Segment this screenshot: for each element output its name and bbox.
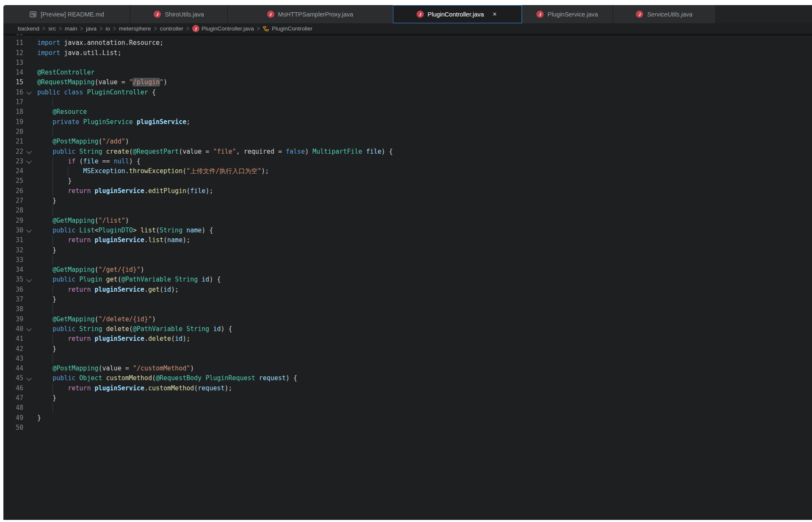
code-line-text[interactable]: public Object customMethod(@RequestBody … (34, 373, 812, 383)
code-line-text[interactable] (34, 58, 812, 68)
code-line-text[interactable]: @GetMapping("/list") (34, 216, 812, 226)
java-file-icon: J (154, 11, 161, 18)
code-line: 12import java.util.List; (3, 48, 812, 58)
breadcrumb: backend>src>main>java>io>metersphere>con… (3, 23, 812, 34)
code-line-text[interactable]: } (34, 246, 812, 255)
code-line-text[interactable] (34, 127, 812, 137)
code-line: 24 MSException.throwException("上传文件/执行入口… (3, 166, 812, 176)
breadcrumb-label: backend (18, 25, 39, 32)
fold-gutter (23, 97, 34, 107)
breadcrumb-item-plugincontroller[interactable]: PluginController (263, 25, 312, 32)
breadcrumb-item-backend[interactable]: backend (18, 25, 39, 32)
code-line-text[interactable] (34, 304, 812, 314)
code-line-text[interactable]: @GetMapping("/delete/{id}") (34, 315, 812, 324)
line-number: 32 (3, 246, 23, 255)
code-line-text[interactable]: } (34, 176, 812, 186)
code-line-text[interactable] (34, 354, 812, 364)
indent-guide (52, 255, 53, 265)
breadcrumb-item-io[interactable]: io (105, 25, 110, 32)
fold-gutter (23, 127, 34, 137)
code-line-text[interactable]: return pluginService.list(name); (34, 235, 812, 245)
fold-gutter (23, 216, 34, 226)
code-line: 33 (3, 255, 812, 265)
code-line-text[interactable]: @PostMapping(value = "/customMethod") (34, 364, 812, 373)
close-icon[interactable]: ✕ (491, 11, 498, 18)
chevron-down-icon[interactable] (26, 276, 32, 282)
code-line-text[interactable]: MSException.throwException("上传文件/执行入口为空"… (34, 166, 812, 176)
code-line: 31 return pluginService.list(name); (3, 235, 812, 245)
code-line-text[interactable] (34, 97, 812, 107)
code-line-text[interactable] (34, 255, 812, 265)
code-line-text[interactable]: return pluginService.customMethod(reques… (34, 384, 812, 393)
class-symbol-icon (263, 25, 270, 32)
breadcrumb-item-controller[interactable]: controller (160, 25, 183, 32)
chevron-down-icon[interactable] (26, 148, 32, 154)
code-line-text[interactable]: return pluginService.delete(id); (34, 334, 812, 344)
code-line-text[interactable] (34, 206, 812, 215)
code-line: 21 @PostMapping("/add") (3, 137, 812, 146)
fold-gutter (23, 176, 34, 186)
code-line-text[interactable]: } (34, 196, 812, 206)
java-file-icon: J (417, 11, 424, 18)
chevron-down-icon[interactable] (26, 89, 32, 95)
tab-pluginservice-java[interactable]: JPluginService.java (522, 5, 613, 23)
indent-guide (52, 186, 53, 196)
tab-shiroutils-java[interactable]: JShiroUtils.java (130, 5, 228, 23)
code-line-text[interactable]: return pluginService.get(id); (34, 285, 812, 295)
code-line-text[interactable]: } (34, 413, 812, 423)
code-line-text[interactable]: } (34, 344, 812, 354)
code-line-text[interactable]: if (file == null) { (34, 157, 812, 166)
code-line-text[interactable]: } (34, 295, 812, 304)
chevron-down-icon[interactable] (26, 227, 32, 233)
code-line-text[interactable]: import java.util.List; (34, 48, 812, 58)
tab-serviceutils-java[interactable]: JServiceUtils.java (613, 5, 716, 23)
breadcrumb-item-metersphere[interactable]: metersphere (119, 25, 151, 32)
code-line-text[interactable]: @Resource (34, 107, 812, 117)
breadcrumb-item-java[interactable]: java (86, 25, 97, 32)
fold-gutter (23, 137, 34, 146)
fold-gutter (23, 147, 34, 157)
breadcrumb-separator-icon: > (59, 25, 62, 32)
chevron-down-icon[interactable] (26, 375, 32, 381)
chevron-down-icon[interactable] (26, 326, 32, 331)
line-number: 33 (3, 255, 23, 265)
breadcrumb-item-plugincontroller-java[interactable]: JPluginController.java (192, 25, 254, 32)
breadcrumb-item-main[interactable]: main (65, 25, 77, 32)
code-line-text[interactable]: public List<PluginDTO> list(String name)… (34, 226, 812, 235)
tab-label: ShiroUtils.java (165, 11, 204, 18)
breadcrumb-separator-icon: > (186, 25, 189, 32)
code-line-text[interactable]: } (34, 393, 812, 403)
code-line-text[interactable] (34, 423, 812, 433)
line-number: 25 (3, 176, 23, 186)
line-number: 40 (3, 324, 23, 334)
code-line-text[interactable]: @RestController (34, 68, 812, 77)
fold-gutter (23, 48, 34, 58)
code-line-text[interactable] (34, 403, 812, 413)
code-line-text[interactable]: public Plugin get(@PathVariable String i… (34, 275, 812, 284)
editor[interactable]: 1011import javax.annotation.Resource;12i… (3, 34, 812, 520)
tab-plugincontroller-java[interactable]: JPluginController.java✕ (393, 5, 522, 23)
code-line: 11import javax.annotation.Resource; (3, 38, 812, 48)
code-line-text[interactable] (34, 34, 812, 38)
code-line-text[interactable]: return pluginService.editPlugin(file); (34, 186, 812, 196)
line-number: 11 (3, 38, 23, 48)
code-line-text[interactable]: @GetMapping("/get/{id}") (34, 265, 812, 275)
code-line-text[interactable]: import javax.annotation.Resource; (34, 38, 812, 48)
fold-gutter (23, 373, 34, 383)
tab-mshttpsamplerproxy-java[interactable]: JMsHTTPSamplerProxy.java (228, 5, 393, 23)
code-line-text[interactable]: public String delete(@PathVariable Strin… (34, 324, 812, 334)
fold-gutter (23, 344, 34, 354)
tab--preview-readme-md[interactable]: [Preview] README.md (3, 5, 130, 23)
code-line-text[interactable]: private PluginService pluginService; (34, 117, 812, 127)
chevron-down-icon[interactable] (26, 158, 32, 164)
code-line-text[interactable]: public String create(@RequestPart(value … (34, 147, 812, 157)
fold-gutter (23, 354, 34, 364)
code-line-text[interactable]: @RequestMapping(value = "/plugin") (34, 77, 812, 87)
line-number: 17 (3, 97, 23, 107)
line-number: 30 (3, 226, 23, 235)
code-line-text[interactable]: public class PluginController { (34, 88, 812, 97)
code-line-text[interactable]: @PostMapping("/add") (34, 137, 812, 146)
line-number: 42 (3, 344, 23, 354)
breadcrumb-label: PluginController.java (202, 25, 254, 32)
breadcrumb-item-src[interactable]: src (48, 25, 56, 32)
